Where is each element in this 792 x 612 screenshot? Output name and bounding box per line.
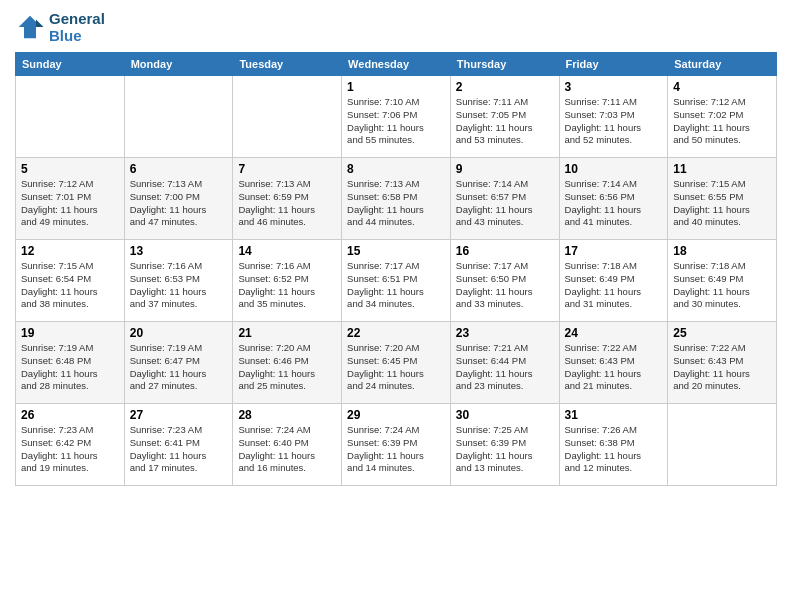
day-info: Sunrise: 7:22 AM Sunset: 6:43 PM Dayligh… [673, 342, 771, 393]
day-number: 13 [130, 244, 228, 258]
header: General Blue [15, 10, 777, 44]
calendar-cell: 6Sunrise: 7:13 AM Sunset: 7:00 PM Daylig… [124, 158, 233, 240]
calendar-cell: 25Sunrise: 7:22 AM Sunset: 6:43 PM Dayli… [668, 322, 777, 404]
day-info: Sunrise: 7:13 AM Sunset: 6:59 PM Dayligh… [238, 178, 336, 229]
calendar-cell [233, 76, 342, 158]
calendar-cell: 13Sunrise: 7:16 AM Sunset: 6:53 PM Dayli… [124, 240, 233, 322]
day-info: Sunrise: 7:20 AM Sunset: 6:46 PM Dayligh… [238, 342, 336, 393]
day-number: 15 [347, 244, 445, 258]
calendar-cell: 17Sunrise: 7:18 AM Sunset: 6:49 PM Dayli… [559, 240, 668, 322]
day-info: Sunrise: 7:19 AM Sunset: 6:47 PM Dayligh… [130, 342, 228, 393]
day-number: 26 [21, 408, 119, 422]
calendar-cell: 12Sunrise: 7:15 AM Sunset: 6:54 PM Dayli… [16, 240, 125, 322]
calendar-table: SundayMondayTuesdayWednesdayThursdayFrid… [15, 52, 777, 486]
logo: General Blue [15, 10, 105, 44]
day-info: Sunrise: 7:11 AM Sunset: 7:05 PM Dayligh… [456, 96, 554, 147]
day-info: Sunrise: 7:14 AM Sunset: 6:56 PM Dayligh… [565, 178, 663, 229]
day-info: Sunrise: 7:24 AM Sunset: 6:39 PM Dayligh… [347, 424, 445, 475]
day-number: 27 [130, 408, 228, 422]
day-info: Sunrise: 7:12 AM Sunset: 7:01 PM Dayligh… [21, 178, 119, 229]
day-number: 24 [565, 326, 663, 340]
calendar-cell: 26Sunrise: 7:23 AM Sunset: 6:42 PM Dayli… [16, 404, 125, 486]
day-info: Sunrise: 7:18 AM Sunset: 6:49 PM Dayligh… [565, 260, 663, 311]
logo-text: General Blue [49, 10, 105, 44]
day-number: 31 [565, 408, 663, 422]
day-number: 5 [21, 162, 119, 176]
calendar-cell: 30Sunrise: 7:25 AM Sunset: 6:39 PM Dayli… [450, 404, 559, 486]
day-info: Sunrise: 7:14 AM Sunset: 6:57 PM Dayligh… [456, 178, 554, 229]
calendar-cell: 9Sunrise: 7:14 AM Sunset: 6:57 PM Daylig… [450, 158, 559, 240]
day-number: 14 [238, 244, 336, 258]
day-info: Sunrise: 7:18 AM Sunset: 6:49 PM Dayligh… [673, 260, 771, 311]
day-info: Sunrise: 7:17 AM Sunset: 6:50 PM Dayligh… [456, 260, 554, 311]
calendar-cell: 16Sunrise: 7:17 AM Sunset: 6:50 PM Dayli… [450, 240, 559, 322]
calendar-cell: 20Sunrise: 7:19 AM Sunset: 6:47 PM Dayli… [124, 322, 233, 404]
day-number: 29 [347, 408, 445, 422]
day-info: Sunrise: 7:17 AM Sunset: 6:51 PM Dayligh… [347, 260, 445, 311]
day-number: 4 [673, 80, 771, 94]
day-info: Sunrise: 7:15 AM Sunset: 6:55 PM Dayligh… [673, 178, 771, 229]
day-number: 19 [21, 326, 119, 340]
calendar-cell: 29Sunrise: 7:24 AM Sunset: 6:39 PM Dayli… [342, 404, 451, 486]
day-number: 6 [130, 162, 228, 176]
calendar-cell: 18Sunrise: 7:18 AM Sunset: 6:49 PM Dayli… [668, 240, 777, 322]
logo-icon [15, 12, 45, 42]
calendar-cell: 15Sunrise: 7:17 AM Sunset: 6:51 PM Dayli… [342, 240, 451, 322]
calendar-cell: 28Sunrise: 7:24 AM Sunset: 6:40 PM Dayli… [233, 404, 342, 486]
calendar-week-4: 19Sunrise: 7:19 AM Sunset: 6:48 PM Dayli… [16, 322, 777, 404]
day-info: Sunrise: 7:11 AM Sunset: 7:03 PM Dayligh… [565, 96, 663, 147]
day-number: 3 [565, 80, 663, 94]
day-info: Sunrise: 7:25 AM Sunset: 6:39 PM Dayligh… [456, 424, 554, 475]
day-number: 30 [456, 408, 554, 422]
calendar-cell: 5Sunrise: 7:12 AM Sunset: 7:01 PM Daylig… [16, 158, 125, 240]
day-number: 8 [347, 162, 445, 176]
calendar-cell: 2Sunrise: 7:11 AM Sunset: 7:05 PM Daylig… [450, 76, 559, 158]
day-number: 23 [456, 326, 554, 340]
calendar-cell: 11Sunrise: 7:15 AM Sunset: 6:55 PM Dayli… [668, 158, 777, 240]
day-number: 11 [673, 162, 771, 176]
day-info: Sunrise: 7:10 AM Sunset: 7:06 PM Dayligh… [347, 96, 445, 147]
day-info: Sunrise: 7:22 AM Sunset: 6:43 PM Dayligh… [565, 342, 663, 393]
calendar-cell: 31Sunrise: 7:26 AM Sunset: 6:38 PM Dayli… [559, 404, 668, 486]
calendar-cell: 23Sunrise: 7:21 AM Sunset: 6:44 PM Dayli… [450, 322, 559, 404]
svg-marker-1 [36, 20, 44, 28]
day-info: Sunrise: 7:23 AM Sunset: 6:42 PM Dayligh… [21, 424, 119, 475]
calendar-cell: 7Sunrise: 7:13 AM Sunset: 6:59 PM Daylig… [233, 158, 342, 240]
day-number: 7 [238, 162, 336, 176]
day-info: Sunrise: 7:13 AM Sunset: 7:00 PM Dayligh… [130, 178, 228, 229]
day-number: 20 [130, 326, 228, 340]
day-header-tuesday: Tuesday [233, 53, 342, 76]
calendar-cell [668, 404, 777, 486]
calendar-cell: 3Sunrise: 7:11 AM Sunset: 7:03 PM Daylig… [559, 76, 668, 158]
day-number: 25 [673, 326, 771, 340]
day-info: Sunrise: 7:26 AM Sunset: 6:38 PM Dayligh… [565, 424, 663, 475]
day-info: Sunrise: 7:20 AM Sunset: 6:45 PM Dayligh… [347, 342, 445, 393]
calendar-cell: 10Sunrise: 7:14 AM Sunset: 6:56 PM Dayli… [559, 158, 668, 240]
calendar-header-row: SundayMondayTuesdayWednesdayThursdayFrid… [16, 53, 777, 76]
day-info: Sunrise: 7:21 AM Sunset: 6:44 PM Dayligh… [456, 342, 554, 393]
page: General Blue SundayMondayTuesdayWednesda… [0, 0, 792, 612]
calendar-cell: 4Sunrise: 7:12 AM Sunset: 7:02 PM Daylig… [668, 76, 777, 158]
day-number: 2 [456, 80, 554, 94]
calendar-cell: 21Sunrise: 7:20 AM Sunset: 6:46 PM Dayli… [233, 322, 342, 404]
calendar-cell [124, 76, 233, 158]
day-number: 16 [456, 244, 554, 258]
day-info: Sunrise: 7:16 AM Sunset: 6:52 PM Dayligh… [238, 260, 336, 311]
day-info: Sunrise: 7:12 AM Sunset: 7:02 PM Dayligh… [673, 96, 771, 147]
calendar-cell: 24Sunrise: 7:22 AM Sunset: 6:43 PM Dayli… [559, 322, 668, 404]
day-number: 18 [673, 244, 771, 258]
calendar-week-5: 26Sunrise: 7:23 AM Sunset: 6:42 PM Dayli… [16, 404, 777, 486]
day-header-monday: Monday [124, 53, 233, 76]
calendar-cell: 14Sunrise: 7:16 AM Sunset: 6:52 PM Dayli… [233, 240, 342, 322]
day-info: Sunrise: 7:19 AM Sunset: 6:48 PM Dayligh… [21, 342, 119, 393]
day-info: Sunrise: 7:16 AM Sunset: 6:53 PM Dayligh… [130, 260, 228, 311]
day-number: 28 [238, 408, 336, 422]
calendar-cell [16, 76, 125, 158]
day-header-saturday: Saturday [668, 53, 777, 76]
calendar-week-3: 12Sunrise: 7:15 AM Sunset: 6:54 PM Dayli… [16, 240, 777, 322]
calendar-week-2: 5Sunrise: 7:12 AM Sunset: 7:01 PM Daylig… [16, 158, 777, 240]
calendar-cell: 8Sunrise: 7:13 AM Sunset: 6:58 PM Daylig… [342, 158, 451, 240]
day-header-thursday: Thursday [450, 53, 559, 76]
day-number: 22 [347, 326, 445, 340]
day-info: Sunrise: 7:15 AM Sunset: 6:54 PM Dayligh… [21, 260, 119, 311]
